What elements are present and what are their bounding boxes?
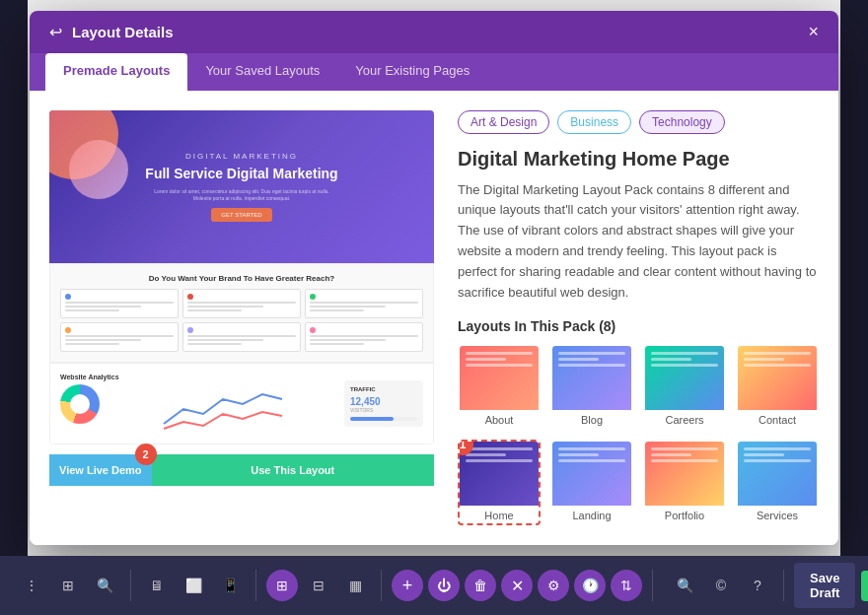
settings-btn[interactable]: ⚙ [538,570,569,601]
live-demo-badge: 2 [135,444,157,465]
thumb-label-about: About [460,410,539,428]
mobile-btn[interactable]: 📱 [214,570,246,601]
toolbar-group-right: 🔍 © ? [669,570,784,601]
grid-dot-5 [187,327,193,333]
preview-hero: DIGITAL MARKETING Full Service Digital M… [49,110,434,263]
tag-business[interactable]: Business [557,110,631,134]
desktop-btn[interactable]: 🖥 [141,570,173,601]
preview-section-2: Do You Want Your Brand To Have Greater R… [49,263,434,363]
hero-circle-2 [69,140,128,199]
thumb-label-careers: Careers [645,410,724,428]
hero-subtitle: DIGITAL MARKETING [185,152,298,161]
modal-body: DIGITAL MARKETING Full Service Digital M… [30,91,838,546]
close-toolbar-btn[interactable]: ✕ [501,570,533,601]
toolbar-group-1: ⋮ ⊞ 🔍 [16,570,131,601]
grid-dot-4 [65,327,71,333]
grid-btn[interactable]: ⊞ [52,570,84,601]
chart-placeholder [60,384,336,434]
hero-text: Lorem dolor sit amet, consectetur adipis… [153,188,330,202]
layout-thumb-services[interactable]: Services [736,440,819,525]
toolbar-group-actions: + ⏻ 🗑 ✕ ⚙ 🕐 ⇅ [392,570,653,601]
preview-grid [60,289,423,352]
tab-premade-layouts[interactable]: Premade Layouts [45,53,187,91]
help-btn[interactable]: ? [742,570,773,601]
preview-actions: View Live Demo 2 Use This Layout [49,454,434,486]
modal-title: Layout Details [72,24,174,40]
modal: ↩ Layout Details × Premade Layouts Your … [30,11,838,546]
grid-item-5 [182,322,301,352]
use-layout-button[interactable]: Use This Layout [152,454,434,486]
preview-right-card: TRAFFIC 12,450 VISITORS [344,380,423,427]
tag-technology[interactable]: Technology [639,110,725,134]
donut-hole [70,394,90,414]
layout-thumb-blog[interactable]: Blog [550,344,633,430]
layout-thumb-home[interactable]: Home 1 [458,440,541,525]
modal-header-left: ↩ Layout Details [49,23,174,41]
layouts-grid: About Blog [458,344,819,525]
tab-saved-layouts[interactable]: Your Saved Layouts [187,53,337,91]
grid-dot-1 [65,294,71,300]
analytics-area: Website Analytics [60,374,336,434]
thumb-label-services: Services [738,506,817,523]
menu-icon-btn[interactable]: ⋮ [16,570,47,601]
preview-hero-image: DIGITAL MARKETING Full Service Digital M… [49,110,434,444]
layout-tool-3-btn[interactable]: ▦ [339,570,371,601]
layout-thumb-careers[interactable]: Careers [643,344,726,430]
hero-cta-btn: GET STARTED [211,208,271,222]
tablet-btn[interactable]: ⬜ [178,570,209,601]
layout-thumb-contact[interactable]: Contact [736,344,819,430]
adjust-btn[interactable]: ⇅ [611,570,642,601]
layout-thumb-about[interactable]: About [458,344,541,430]
layout-description: The Digital Marketing Layout Pack contai… [458,180,819,304]
thumb-label-home: Home [460,506,539,523]
grid-dot-2 [187,294,193,300]
modal-header: ↩ Layout Details × [30,11,838,53]
thumb-label-portfolio: Portfolio [645,506,724,523]
toolbar-group-layout: ⊞ ⊟ ▦ [266,570,382,601]
layout-tool-2-btn[interactable]: ⊟ [303,570,334,601]
analytics-title: Website Analytics [60,374,336,380]
live-demo-container: View Live Demo 2 [49,454,152,486]
grid-dot-6 [310,327,316,333]
power-btn[interactable]: ⏻ [428,570,460,601]
history-btn[interactable]: 🕐 [574,570,606,601]
trash-btn[interactable]: 🗑 [465,570,496,601]
search-btn[interactable]: 🔍 [89,570,120,601]
hero-title: Full Service Digital Marketing [145,165,337,182]
grid-item-6 [305,322,423,352]
grid-item-2 [182,289,301,318]
layout-title: Digital Marketing Home Page [458,148,819,171]
grid-item-4 [60,322,179,352]
close-button[interactable]: × [808,23,819,40]
tag-art-design[interactable]: Art & Design [458,110,549,134]
grid-item-3 [305,289,423,318]
grid-item-1 [60,289,179,318]
thumb-label-blog: Blog [552,410,631,428]
thumb-label-contact: Contact [738,410,817,428]
thumb-label-landing: Landing [552,506,631,523]
grid-dot-3 [310,294,316,300]
layout-thumb-portfolio[interactable]: Portfolio [643,440,726,525]
search-right-btn[interactable]: 🔍 [669,570,700,601]
tag-row: Art & Design Business Technology [458,110,819,134]
modal-overlay: ↩ Layout Details × Premade Layouts Your … [0,0,868,556]
preview-section-3: Website Analytics [49,363,434,444]
layout-thumb-landing[interactable]: Landing [550,440,633,525]
pack-title: Layouts In This Pack (8) [458,318,819,334]
back-icon[interactable]: ↩ [49,23,62,41]
line-chart [109,384,336,434]
preview-column: DIGITAL MARKETING Full Service Digital M… [49,110,434,526]
modal-tabs: Premade Layouts Your Saved Layouts Your … [30,53,838,91]
preview-section-2-title: Do You Want Your Brand To Have Greater R… [60,274,423,283]
content-column: Art & Design Business Technology Digital… [458,110,819,526]
add-btn[interactable]: + [392,570,423,601]
tab-existing-pages[interactable]: Your Existing Pages [337,53,487,91]
save-draft-button[interactable]: Save Draft [794,563,855,608]
code-btn[interactable]: © [705,570,737,601]
publish-button[interactable]: Publish [861,571,868,601]
bottom-toolbar: ⋮ ⊞ 🔍 🖥 ⬜ 📱 ⊞ ⊟ ▦ + ⏻ 🗑 ✕ ⚙ 🕐 ⇅ 🔍 © ? Sa… [0,556,868,615]
layout-tool-1-btn[interactable]: ⊞ [266,570,298,601]
toolbar-group-devices: 🖥 ⬜ 📱 [141,570,256,601]
donut-chart [60,384,100,424]
